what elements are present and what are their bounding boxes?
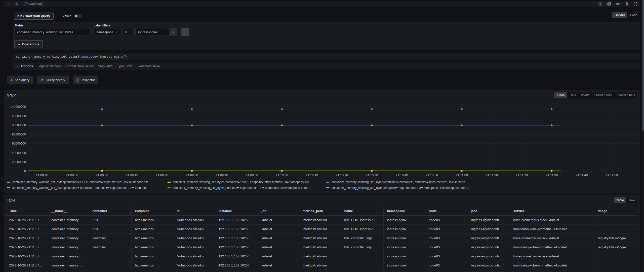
- metric-field-label: Metric: [15, 24, 24, 27]
- x-axis-tick-label: 21:10:30: [366, 174, 378, 177]
- column-header-name[interactable]: name: [341, 207, 383, 215]
- series-point[interactable]: [281, 124, 283, 126]
- series-point[interactable]: [371, 124, 373, 126]
- table-cell: ingress-nginx: [383, 233, 425, 243]
- x-axis-tick-label: 21:11:40: [576, 174, 588, 177]
- raw-query-preview: container_memory_working_set_bytes{names…: [13, 53, 640, 60]
- table-cell: POD: [89, 224, 131, 233]
- graph-mode-points[interactable]: Points: [578, 92, 592, 98]
- drag-handle-icon[interactable]: [633, 2, 637, 6]
- kick-start-query-button[interactable]: Kick start your query: [14, 12, 54, 20]
- column-header-time[interactable]: Time: [6, 207, 48, 215]
- table-cell: container_memory_...: [48, 224, 89, 233]
- table-cell: 2023-10-25 21:11:57...: [6, 215, 48, 224]
- table-cell: /kubepods.slice/ku...: [173, 224, 215, 233]
- column-header-id[interactable]: id: [173, 207, 215, 215]
- column-header-instance[interactable]: instance: [215, 207, 258, 215]
- table-cell: registry.k8s.io/ingre...: [594, 233, 638, 243]
- legend-series-label: container_memory_working_set_bytes{endpo…: [173, 186, 310, 190]
- collapse-query-icon[interactable]: [8, 2, 9, 6]
- mode-builder[interactable]: Builder: [612, 12, 627, 18]
- table-mode-raw[interactable]: Raw: [626, 197, 637, 203]
- table-cell: https-metrics: [131, 224, 173, 233]
- legend-item[interactable]: container_memory_working_set_bytes{conta…: [7, 179, 167, 185]
- graph-mode-stacked-bars[interactable]: Stacked bars: [615, 92, 637, 98]
- series-point[interactable]: [101, 108, 103, 110]
- x-axis-tick-label: 21:11:00: [456, 174, 468, 177]
- column-header-pod[interactable]: pod: [468, 207, 510, 215]
- column-header-image[interactable]: image: [594, 207, 638, 215]
- options-summary: Legend: VerboseFormat: Time seriesStep: …: [37, 64, 160, 68]
- remove-filter-button[interactable]: ✕: [170, 28, 177, 36]
- legend-item[interactable]: container_memory_working_set_bytes{conta…: [167, 179, 326, 185]
- series-point[interactable]: [191, 124, 193, 126]
- table-cell: kubelet: [258, 215, 299, 224]
- help-icon[interactable]: ?: [598, 2, 602, 6]
- query-history-button[interactable]: ↺ Query history: [37, 76, 69, 84]
- series-point[interactable]: [101, 170, 103, 172]
- series-point[interactable]: [371, 170, 373, 172]
- chevron-down-icon: [165, 30, 167, 32]
- column-header-name[interactable]: __name__: [48, 207, 89, 215]
- legend-series-label: container_memory_working_set_bytes{conta…: [12, 186, 148, 190]
- column-header-namespace[interactable]: namespace: [383, 207, 425, 215]
- series-point[interactable]: [281, 170, 283, 172]
- table-row: 2023-10-25 21:11:57...container_memory_.…: [6, 261, 638, 270]
- column-header-node[interactable]: node: [425, 207, 468, 215]
- scrollbar-thumb[interactable]: [642, 0, 644, 131]
- query-ref-id[interactable]: A: [15, 2, 18, 6]
- graph-mode-stacked-lines[interactable]: Stacked lines: [592, 92, 615, 98]
- table-cell: [89, 252, 131, 261]
- column-header-service[interactable]: service: [510, 207, 594, 215]
- series-point[interactable]: [371, 108, 373, 110]
- filter-operator-value: =: [125, 30, 127, 34]
- graph-mode-lines[interactable]: Lines: [554, 92, 567, 98]
- column-header-job[interactable]: job: [258, 207, 299, 215]
- column-header-container[interactable]: container: [89, 207, 131, 215]
- metric-select[interactable]: container_memory_working_set_bytes: [14, 28, 91, 36]
- filter-label-select[interactable]: namespace: [94, 28, 120, 36]
- explain-toggle[interactable]: [74, 14, 82, 18]
- series-point[interactable]: [461, 170, 463, 172]
- eye-icon[interactable]: [616, 2, 620, 6]
- legend-item[interactable]: container_memory_working_set_bytes{conta…: [326, 179, 638, 185]
- mode-code[interactable]: Code: [627, 12, 640, 18]
- options-toggle[interactable]: Options: [21, 64, 33, 68]
- filter-operator-select[interactable]: =: [123, 28, 134, 36]
- time-series-chart[interactable]: 0200000004000000060000000800000001000000…: [4, 98, 640, 179]
- add-query-button[interactable]: + Add query: [7, 76, 33, 84]
- series-point[interactable]: [551, 108, 552, 110]
- series-point[interactable]: [551, 170, 552, 172]
- column-header-endpoint[interactable]: endpoint: [131, 207, 173, 215]
- table-mode-table[interactable]: Table: [614, 197, 626, 203]
- series-point[interactable]: [101, 124, 103, 126]
- series-point[interactable]: [461, 108, 463, 110]
- legend-item[interactable]: container_memory_working_set_bytes{endpo…: [167, 185, 326, 191]
- table-cell: 2023-10-25 21:11:57...: [6, 224, 48, 233]
- option-item: Format: Time series: [66, 64, 94, 68]
- y-axis-tick-label: 60000000: [12, 142, 26, 145]
- legend-item[interactable]: container_memory_working_set_bytes{endpo…: [326, 185, 638, 191]
- series-point[interactable]: [461, 124, 463, 126]
- legend-item[interactable]: container_memory_working_set_bytes{conta…: [7, 185, 167, 191]
- inspector-button[interactable]: i Inspector: [73, 76, 98, 84]
- add-filter-button[interactable]: +: [181, 28, 189, 36]
- chevron-down-icon: [116, 30, 118, 32]
- trash-icon[interactable]: [625, 2, 629, 6]
- x-axis-tick-label: 21:09:00: [96, 174, 108, 177]
- series-point[interactable]: [191, 170, 193, 172]
- table-cell: k8s_controller_ingr...: [341, 233, 383, 243]
- column-header-metricspath[interactable]: metrics_path: [299, 207, 341, 215]
- copy-icon[interactable]: [607, 2, 611, 6]
- x-axis-tick-label: 21:11:50: [606, 174, 618, 177]
- series-point[interactable]: [551, 124, 552, 126]
- graph-mode-bars[interactable]: Bars: [567, 92, 579, 98]
- series-point[interactable]: [191, 108, 193, 110]
- filter-value-select[interactable]: ingress-nginx: [135, 28, 170, 36]
- series-point[interactable]: [281, 108, 283, 110]
- legend-series-label: container_memory_working_set_bytes{conta…: [173, 180, 311, 184]
- table-cell: [89, 261, 131, 270]
- chart-legend: container_memory_working_set_bytes{conta…: [7, 179, 638, 191]
- operations-button[interactable]: + Operations: [14, 40, 43, 48]
- x-axis-tick-label: 21:10:20: [336, 174, 348, 177]
